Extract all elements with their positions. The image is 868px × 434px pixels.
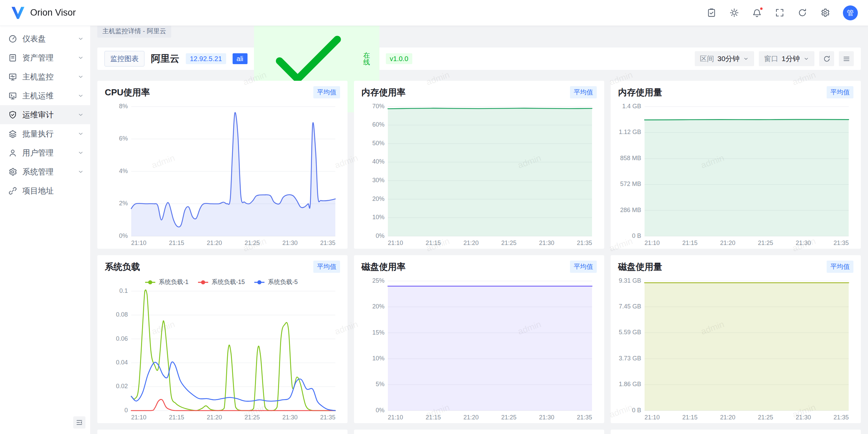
svg-text:21:30: 21:30 — [539, 414, 554, 421]
audit-icon — [8, 110, 17, 119]
chevron-down-icon — [77, 92, 84, 99]
svg-text:0.1: 0.1 — [119, 287, 128, 294]
svg-text:4%: 4% — [119, 168, 128, 174]
chart-canvas-5[interactable]: 0%5%10%15%20%25%21:1021:1521:2021:2521:3… — [361, 275, 597, 423]
refresh-icon — [797, 8, 807, 18]
chart-title: 磁盘使用率 — [361, 261, 406, 273]
settings-icon — [820, 8, 830, 18]
sidebar-item-label: 系统管理 — [22, 167, 72, 177]
svg-text:21:20: 21:20 — [463, 240, 479, 246]
svg-text:21:35: 21:35 — [833, 414, 849, 421]
user-icon — [8, 148, 17, 157]
chart-grid: CPU使用率平均值0%2%4%6%8%21:1021:1521:2021:252… — [97, 81, 861, 423]
fullscreen-icon — [775, 8, 785, 18]
sidebar-collapse-button[interactable] — [73, 416, 85, 429]
chevron-down-icon — [803, 56, 809, 62]
link-icon — [8, 186, 17, 195]
host-ip-tag[interactable]: 12.92.5.21 — [186, 53, 226, 64]
sidebar-item-label: 运维审计 — [22, 110, 72, 120]
refresh-icon[interactable] — [797, 8, 807, 18]
theme-sun-icon[interactable] — [729, 8, 739, 18]
svg-text:70%: 70% — [372, 103, 384, 110]
chart-card-partial — [97, 430, 348, 434]
sidebar-item-6[interactable]: 批量执行 — [0, 124, 90, 143]
avg-value-badge[interactable]: 平均值 — [313, 261, 340, 273]
chevron-down-icon — [77, 54, 84, 61]
chevron-down-icon — [77, 168, 84, 175]
chevron-down-icon — [77, 35, 84, 42]
svg-text:21:10: 21:10 — [131, 240, 146, 246]
chart-title: 磁盘使用量 — [618, 261, 662, 273]
host-status-text: 在线 — [363, 52, 375, 65]
svg-text:5.59 GB: 5.59 GB — [619, 329, 641, 336]
bell-icon[interactable] — [752, 8, 762, 18]
host-label-tag[interactable]: ali — [233, 53, 248, 64]
svg-text:286 MB: 286 MB — [620, 207, 641, 213]
user-avatar[interactable]: 管 — [843, 5, 858, 20]
svg-text:30%: 30% — [372, 177, 384, 184]
fullscreen-icon[interactable] — [775, 8, 785, 18]
chart-canvas-2[interactable]: 0%10%20%30%40%50%60%70%21:1021:1521:2021… — [361, 100, 597, 248]
menu-fold-icon — [76, 419, 83, 426]
monitor-chart-button[interactable]: 监控图表 — [104, 51, 144, 67]
svg-text:0.04: 0.04 — [116, 359, 128, 366]
refresh-charts-button[interactable] — [819, 51, 834, 66]
svg-text:21:35: 21:35 — [577, 240, 592, 246]
sidebar-item-1[interactable]: 仪表盘 — [0, 29, 90, 48]
sidebar-item-2[interactable]: 资产管理 — [0, 48, 90, 67]
sidebar-item-label: 资产管理 — [22, 53, 72, 63]
sidebar-item-9[interactable]: 项目地址 — [0, 181, 90, 200]
sidebar-item-3[interactable]: 主机监控 — [0, 67, 90, 86]
svg-text:0.02: 0.02 — [116, 383, 128, 390]
svg-text:21:25: 21:25 — [501, 240, 516, 246]
sidebar-item-5[interactable]: 运维审计 — [0, 105, 90, 124]
svg-text:21:10: 21:10 — [388, 240, 403, 246]
svg-text:21:15: 21:15 — [426, 240, 441, 246]
clipboard-icon[interactable] — [707, 8, 716, 18]
chart-title: 系统负载 — [105, 261, 140, 273]
chart-row-partial — [97, 430, 861, 434]
interval-select[interactable]: 区间 30分钟 — [695, 51, 754, 66]
sidebar-item-8[interactable]: 系统管理 — [0, 162, 90, 181]
sidebar-menu: 仪表盘资产管理主机监控主机运维运维审计批量执行用户管理系统管理项目地址 — [0, 29, 90, 200]
settings-icon[interactable] — [820, 8, 830, 18]
svg-text:1.12 GB: 1.12 GB — [619, 129, 641, 135]
avg-value-badge[interactable]: 平均值 — [827, 261, 853, 273]
svg-text:21:15: 21:15 — [426, 414, 441, 421]
svg-text:21:25: 21:25 — [244, 240, 260, 246]
avg-value-badge[interactable]: 平均值 — [570, 86, 597, 98]
chart-card-partial — [354, 430, 604, 434]
notification-dot — [760, 7, 763, 11]
chart-canvas-4[interactable]: 00.020.040.060.080.121:1021:1521:2021:25… — [104, 275, 341, 423]
svg-text:21:10: 21:10 — [388, 414, 403, 421]
window-select[interactable]: 窗口 1分钟 — [759, 51, 814, 66]
sidebar-item-label: 主机运维 — [22, 91, 72, 101]
avg-value-badge[interactable]: 平均值 — [827, 86, 853, 98]
avg-value-badge[interactable]: 平均值 — [570, 261, 597, 273]
chevron-down-icon — [77, 149, 84, 156]
sidebar-item-label: 仪表盘 — [22, 34, 72, 44]
assets-icon — [8, 53, 17, 62]
batch-icon — [8, 129, 17, 138]
host-summary-card: 监控图表 阿里云 12.92.5.21 ali 在线 v1.0.0 区间 30分… — [97, 48, 861, 70]
chart-card-header: 磁盘使用率平均值 — [361, 261, 597, 273]
svg-text:0%: 0% — [119, 232, 128, 239]
svg-text:20%: 20% — [372, 195, 384, 202]
avg-value-badge[interactable]: 平均值 — [313, 86, 340, 98]
host-ops-icon — [8, 91, 17, 100]
chart-canvas-3[interactable]: 0 B286 MB572 MB858 MB1.12 GB1.4 GB21:102… — [617, 100, 854, 248]
window-value: 1分钟 — [782, 54, 800, 63]
sidebar-item-7[interactable]: 用户管理 — [0, 143, 90, 162]
svg-text:21:30: 21:30 — [282, 240, 298, 246]
refresh-icon — [823, 55, 831, 63]
host-monitor-icon — [8, 72, 17, 81]
sidebar-item-4[interactable]: 主机运维 — [0, 86, 90, 105]
chart-canvas-1[interactable]: 0%2%4%6%8%21:1021:1521:2021:2521:3021:35 — [104, 100, 341, 248]
chart-canvas-6[interactable]: 0 B1.86 GB3.73 GB5.59 GB7.45 GB9.31 GB21… — [617, 275, 854, 423]
svg-text:0%: 0% — [376, 232, 384, 239]
system-icon — [8, 167, 17, 176]
chart-layout-button[interactable] — [839, 51, 854, 66]
list-icon — [843, 55, 850, 63]
svg-text:21:30: 21:30 — [796, 240, 811, 246]
chart-card-3: 内存使用量平均值0 B286 MB572 MB858 MB1.12 GB1.4 … — [611, 81, 861, 249]
